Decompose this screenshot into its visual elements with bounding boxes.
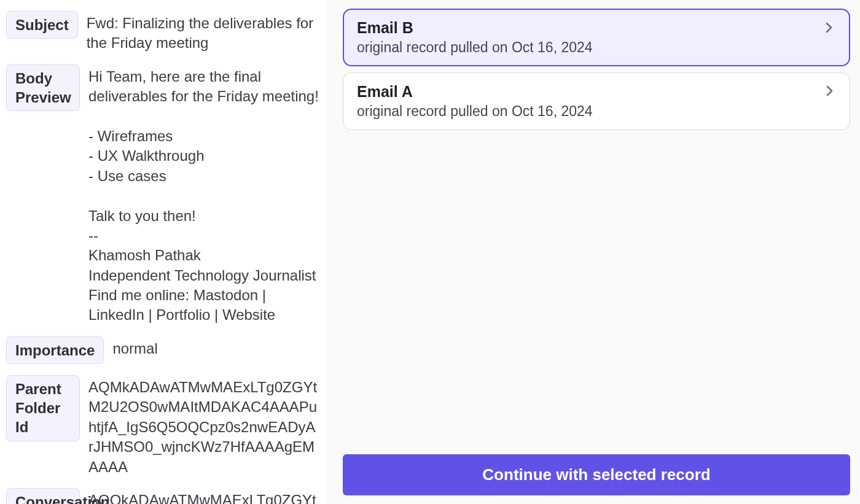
record-option-title: Email B <box>357 19 815 37</box>
record-option-subtitle: original record pulled on Oct 16, 2024 <box>357 103 815 120</box>
field-body-preview: Body Preview Hi Team, here are the final… <box>6 64 319 325</box>
record-option-email-b[interactable]: Email B original record pulled on Oct 16… <box>343 9 850 66</box>
record-option-email-a[interactable]: Email A original record pulled on Oct 16… <box>343 72 850 130</box>
field-subject: Subject Fwd: Finalizing the deliverables… <box>6 11 319 53</box>
subject-label: Subject <box>6 11 78 39</box>
chevron-right-icon <box>822 21 835 34</box>
parent-folder-id-value: AQMkADAwATMwMAExLTg0ZGYtM2U2OS0wMAItMDAK… <box>88 375 319 477</box>
chevron-right-icon <box>823 84 836 98</box>
importance-value: normal <box>112 336 319 359</box>
spacer <box>343 136 850 448</box>
body-preview-label: Body Preview <box>6 64 80 111</box>
body-preview-value: Hi Team, here are the final deliverables… <box>88 64 319 325</box>
record-option-subtitle: original record pulled on Oct 16, 2024 <box>357 39 815 56</box>
record-option-title: Email A <box>357 83 815 101</box>
field-conversation-id: Conversation Id AQQkADAwATMwMAExLTg0ZGYt… <box>6 488 319 504</box>
record-picker-panel: Email B original record pulled on Oct 16… <box>326 0 860 504</box>
continue-button[interactable]: Continue with selected record <box>343 454 850 495</box>
details-panel: Subject Fwd: Finalizing the deliverables… <box>0 0 326 504</box>
conversation-id-value: AQQkADAwATMwMAExLTg0ZGYtM2U2OS0wMAItMDA <box>88 488 319 504</box>
importance-label: Importance <box>6 336 104 364</box>
subject-value: Fwd: Finalizing the deliverables for the… <box>87 11 319 53</box>
conversation-id-label: Conversation Id <box>6 488 80 504</box>
field-parent-folder-id: Parent Folder Id AQMkADAwATMwMAExLTg0ZGY… <box>6 375 319 477</box>
field-importance: Importance normal <box>6 336 319 364</box>
parent-folder-id-label: Parent Folder Id <box>6 375 80 441</box>
app-root: Subject Fwd: Finalizing the deliverables… <box>0 0 860 504</box>
